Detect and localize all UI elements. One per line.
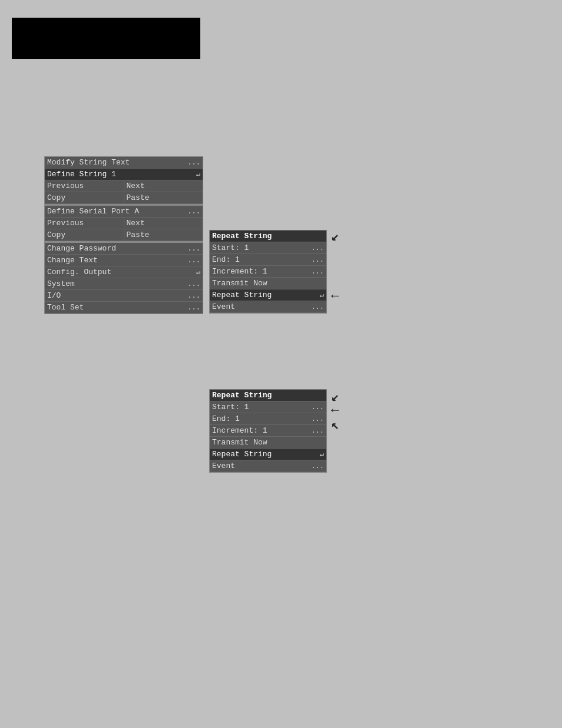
start-1-top[interactable]: Start: 1 ... — [210, 242, 326, 254]
arrow-top: ↙ — [331, 229, 339, 245]
right-menu-top: Repeat String Start: 1 ... End: 1 ... In… — [209, 230, 327, 314]
transmit-now-top[interactable]: Transmit Now — [210, 278, 326, 289]
previous-next-row-2: Previous Next — [45, 218, 203, 229]
next-1[interactable]: Next — [124, 180, 203, 192]
arrow-bottom-increment: ↖ — [331, 417, 339, 433]
event-bottom[interactable]: Event ... — [210, 460, 326, 472]
repeat-string-selected-top[interactable]: Repeat String ↵ — [210, 289, 326, 301]
repeat-string-header-top: Repeat String — [210, 230, 326, 242]
copy-paste-row-1: Copy Paste — [45, 192, 203, 204]
paste-1[interactable]: Paste — [124, 192, 203, 204]
arrow-selected-top: ← — [331, 289, 339, 304]
event-top[interactable]: Event ... — [210, 301, 326, 313]
left-menu: Modify String Text ... Define String 1 ↵… — [44, 156, 203, 314]
paste-2[interactable]: Paste — [124, 229, 203, 241]
define-string-1[interactable]: Define String 1 ↵ — [45, 169, 203, 180]
end-1-top[interactable]: End: 1 ... — [210, 254, 326, 266]
copy-2[interactable]: Copy — [45, 229, 124, 241]
copy-paste-row-2: Copy Paste — [45, 229, 203, 241]
previous-next-row-1: Previous Next — [45, 180, 203, 192]
start-1-bottom[interactable]: Start: 1 ... — [210, 401, 326, 413]
right-menu-bottom: Repeat String Start: 1 ... End: 1 ... In… — [209, 389, 327, 473]
arrow-bottom-start: ↙ — [331, 389, 339, 405]
repeat-string-header-bottom: Repeat String — [210, 390, 326, 401]
repeat-string-selected-bottom[interactable]: Repeat String ↵ — [210, 449, 326, 460]
top-banner — [12, 18, 200, 59]
arrow-bottom-end: ← — [331, 403, 339, 418]
previous-2[interactable]: Previous — [45, 218, 124, 229]
transmit-now-bottom[interactable]: Transmit Now — [210, 437, 326, 449]
change-text[interactable]: Change Text ... — [45, 255, 203, 266]
change-password[interactable]: Change Password ... — [45, 243, 203, 255]
define-serial-port-a[interactable]: Define Serial Port A ... — [45, 206, 203, 218]
copy-1[interactable]: Copy — [45, 192, 124, 204]
end-1-bottom[interactable]: End: 1 ... — [210, 413, 326, 425]
previous-1[interactable]: Previous — [45, 180, 124, 192]
next-2[interactable]: Next — [124, 218, 203, 229]
increment-1-top[interactable]: Increment: 1 ... — [210, 266, 326, 278]
modify-string-text[interactable]: Modify String Text ... — [45, 157, 203, 169]
io[interactable]: I/O ... — [45, 290, 203, 302]
increment-1-bottom[interactable]: Increment: 1 ... — [210, 425, 326, 437]
tool-set[interactable]: Tool Set ... — [45, 302, 203, 314]
system[interactable]: System ... — [45, 278, 203, 290]
config-output[interactable]: Config. Output ↵ — [45, 266, 203, 278]
